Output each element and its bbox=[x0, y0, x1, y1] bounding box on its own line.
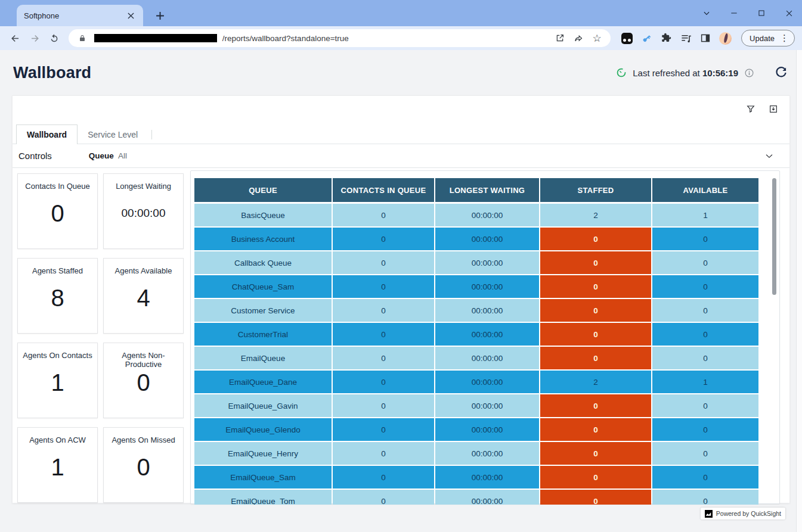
table-row: BasicQueue 0 00:00:00 2 1 bbox=[194, 204, 758, 226]
controls-collapse-chevron-icon[interactable] bbox=[764, 151, 774, 161]
queue-filter-name: Queue bbox=[89, 151, 114, 160]
queue-cell: Business Account bbox=[194, 228, 332, 250]
kpi-card: Agents Available 4 bbox=[103, 258, 184, 334]
available-cell: 0 bbox=[652, 394, 758, 417]
back-icon[interactable] bbox=[7, 30, 23, 46]
longest-waiting-cell: 00:00:00 bbox=[435, 275, 539, 298]
table-header-cell: QUEUE bbox=[194, 178, 332, 202]
queue-cell: EmailQueue_Dane bbox=[194, 371, 332, 393]
queue-cell: Customer Service bbox=[194, 299, 332, 322]
reload-icon[interactable] bbox=[47, 30, 63, 46]
url-bar[interactable]: /reports/wallboard?standalone=true ☆ bbox=[69, 29, 611, 47]
table-row: EmailQueue_Gavin 0 00:00:00 0 0 bbox=[194, 394, 758, 417]
side-panel-icon[interactable] bbox=[699, 32, 712, 45]
kpi-label: Agents On Missed bbox=[104, 435, 183, 444]
available-cell: 0 bbox=[652, 251, 758, 274]
table-row: EmailQueue_Sam 0 00:00:00 0 0 bbox=[194, 466, 758, 489]
staffed-cell: 2 bbox=[540, 204, 651, 226]
dark-extension-icon[interactable] bbox=[620, 32, 633, 45]
sheet-tab-label: Wallboard bbox=[27, 130, 67, 139]
lock-icon[interactable] bbox=[76, 32, 89, 45]
quicksight-logo-icon bbox=[705, 510, 713, 518]
maximize-icon[interactable] bbox=[754, 6, 769, 20]
bookmark-star-icon[interactable]: ☆ bbox=[590, 32, 603, 45]
kpi-value: 1 bbox=[18, 369, 97, 396]
available-cell: 0 bbox=[652, 299, 758, 322]
queue-filter-control[interactable]: Queue All bbox=[89, 151, 127, 160]
queue-cell: EmailQueue_Glendo bbox=[194, 418, 332, 441]
contacts-in-queue-cell: 0 bbox=[333, 371, 434, 393]
browser-menu-kebab-icon[interactable]: ⋮ bbox=[778, 33, 791, 43]
table-row: EmailQueue_Tom 0 00:00:00 0 0 bbox=[194, 490, 758, 505]
last-refreshed-time: 10:56:19 bbox=[702, 68, 738, 78]
filter-funnel-icon[interactable] bbox=[745, 104, 756, 114]
longest-waiting-cell: 00:00:00 bbox=[435, 204, 539, 226]
contacts-in-queue-cell: 0 bbox=[333, 299, 434, 322]
longest-waiting-cell: 00:00:00 bbox=[435, 394, 539, 417]
table-scrollbar-thumb[interactable] bbox=[772, 178, 776, 295]
sheet-tab[interactable]: Service Level bbox=[78, 125, 148, 144]
contacts-in-queue-cell: 0 bbox=[333, 418, 434, 441]
page-title: Wallboard bbox=[13, 64, 91, 82]
kpi-card: Longest Waiting 00:00:00 bbox=[103, 173, 184, 249]
key-extension-icon[interactable] bbox=[640, 32, 653, 45]
profile-avatar[interactable] bbox=[719, 32, 732, 45]
kpi-label: Longest Waiting bbox=[104, 182, 183, 191]
table-header-cell: STAFFED bbox=[540, 178, 651, 202]
table-row: EmailQueue_Glendo 0 00:00:00 0 0 bbox=[194, 418, 758, 441]
window-controls bbox=[699, 0, 796, 26]
available-cell: 1 bbox=[652, 371, 758, 393]
table-row: EmailQueue_Henry 0 00:00:00 0 0 bbox=[194, 442, 758, 465]
table-header-cell: CONTACTS IN QUEUE bbox=[333, 178, 434, 202]
tab-search-chevron-icon[interactable] bbox=[699, 6, 714, 20]
table-header-cell: AVAILABLE bbox=[652, 178, 758, 202]
available-cell: 1 bbox=[652, 204, 758, 226]
staffed-cell: 0 bbox=[540, 466, 651, 489]
info-icon[interactable] bbox=[744, 68, 754, 78]
sheet-tabs: Wallboard Service Level bbox=[16, 125, 152, 144]
update-button[interactable]: Update ⋮ bbox=[741, 30, 795, 46]
longest-waiting-cell: 00:00:00 bbox=[435, 228, 539, 250]
playlist-extension-icon[interactable] bbox=[679, 32, 692, 45]
export-icon[interactable] bbox=[768, 104, 779, 114]
table-row: Business Account 0 00:00:00 0 0 bbox=[194, 228, 758, 250]
new-tab-icon[interactable] bbox=[151, 7, 168, 24]
extensions-puzzle-icon[interactable] bbox=[659, 32, 673, 45]
share-icon[interactable] bbox=[572, 32, 585, 45]
forward-icon[interactable] bbox=[27, 30, 43, 46]
table-row: CustomerTrial 0 00:00:00 0 0 bbox=[194, 323, 758, 346]
kpi-label: Agents Non-Productive bbox=[104, 351, 183, 369]
powered-by-quicksight[interactable]: Powered by QuickSight bbox=[701, 508, 785, 519]
available-cell: 0 bbox=[652, 323, 758, 346]
staffed-cell: 0 bbox=[540, 228, 651, 250]
minimize-icon[interactable] bbox=[727, 6, 741, 20]
staffed-cell: 0 bbox=[540, 347, 651, 369]
kpi-label: Agents On Contacts bbox=[18, 351, 97, 360]
browser-tab-softphone[interactable]: Softphone bbox=[17, 5, 143, 26]
contacts-in-queue-cell: 0 bbox=[333, 347, 434, 369]
close-icon[interactable] bbox=[782, 6, 796, 20]
sheet-tab[interactable]: Wallboard bbox=[16, 125, 78, 144]
contacts-in-queue-cell: 0 bbox=[333, 442, 434, 465]
kpi-value: 0 bbox=[18, 200, 97, 226]
queue-cell: BasicQueue bbox=[194, 204, 332, 226]
table-row: ChatQueue_Sam 0 00:00:00 0 0 bbox=[194, 275, 758, 298]
table-row: EmailQueue 0 00:00:00 0 0 bbox=[194, 347, 758, 369]
refresh-cluster: Last refreshed at 10:56:19 bbox=[616, 65, 789, 80]
staffed-cell: 0 bbox=[540, 394, 651, 417]
kpi-value: 00:00:00 bbox=[104, 207, 183, 220]
page-scrollbar[interactable] bbox=[796, 50, 802, 532]
tab-divider bbox=[151, 130, 152, 139]
contacts-in-queue-cell: 0 bbox=[333, 228, 434, 250]
table-row: EmailQueue_Dane 0 00:00:00 2 1 bbox=[194, 371, 758, 393]
staffed-cell: 0 bbox=[540, 275, 651, 298]
page-header: Wallboard Last refreshed at 10:56:19 bbox=[0, 50, 802, 95]
dashboard-toolbar bbox=[745, 104, 779, 114]
refresh-button[interactable] bbox=[773, 65, 789, 80]
kpi-label: Agents Available bbox=[104, 266, 183, 275]
table-row: Callback Queue 0 00:00:00 0 0 bbox=[194, 251, 758, 274]
tab-close-icon[interactable] bbox=[125, 10, 136, 21]
open-in-new-icon[interactable] bbox=[553, 32, 566, 45]
sheet-tab-label: Service Level bbox=[88, 130, 138, 139]
contacts-in-queue-cell: 0 bbox=[333, 394, 434, 417]
